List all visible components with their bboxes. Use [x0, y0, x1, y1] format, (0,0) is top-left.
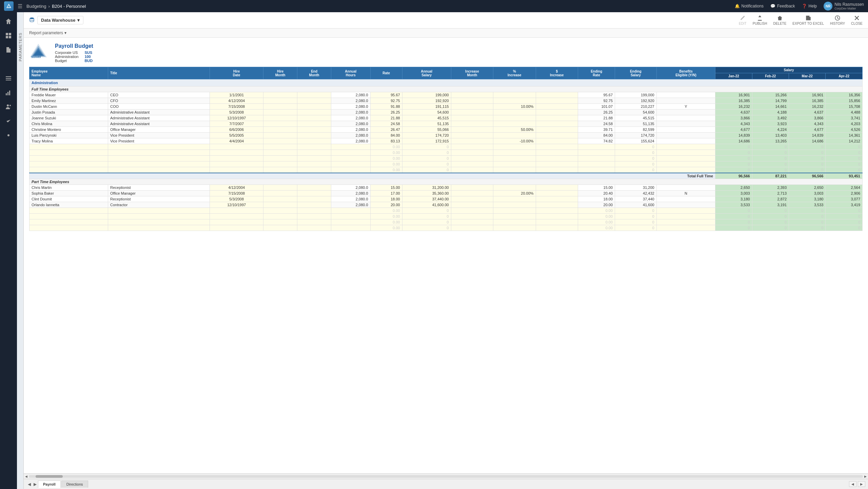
sidebar-item-people[interactable]	[2, 100, 15, 113]
avatar: NR	[824, 2, 832, 11]
total-fulltime-label: Total Full Time	[29, 173, 715, 179]
spreadsheet-container[interactable]: solver Payroll Budget Corporate US SUS A…	[24, 38, 868, 473]
table-row: 0.000 0 00 00	[29, 161, 863, 167]
toolbar-left: Data Warehouse ▾	[29, 16, 83, 24]
th-apr22: Apr-22	[826, 73, 863, 79]
user-name: Nils Rasmussen	[834, 2, 864, 7]
total-full-time-row: Total Full Time 96,566 87,221 96,566 93,…	[29, 173, 863, 179]
svg-text:solver: solver	[31, 55, 41, 58]
administration-label: Administration	[29, 79, 863, 86]
export-button[interactable]: EXPORT TO EXCEL	[792, 15, 824, 25]
tabs-bar: ◀ ▶ Payroll Directions ◀ ▶	[24, 479, 868, 489]
topbar-actions: 🔔 Notifications 💬 Feedback ❓ Help NR Nil…	[735, 2, 864, 11]
sidebar-item-filter[interactable]	[2, 58, 15, 71]
table-row: 0.000 0.000 00 00	[29, 208, 863, 214]
total-mar22: 96,566	[789, 173, 826, 179]
table-row: Freddie Mauer CEO 1/1/2001 2,080.0 95.67…	[29, 92, 863, 98]
table-row: Joanne Suzuki Administrative Assistant 1…	[29, 115, 863, 121]
dept-label: Administration	[55, 55, 79, 59]
publish-button[interactable]: PUBLISH	[753, 15, 767, 25]
content-area: Data Warehouse ▾ EDIT PUBLISH DELETE	[24, 12, 868, 489]
parameters-panel[interactable]: Parameters	[17, 12, 24, 489]
parttime-label: Part Time Employees	[29, 179, 863, 185]
tab-prev-btn[interactable]: ◀	[26, 482, 32, 487]
report-meta: Corporate US SUS Administration 100 Budg…	[55, 51, 93, 63]
breadcrumb-current: B204 - Personnel	[52, 4, 86, 9]
tab-scroll-left[interactable]: ◀	[849, 481, 856, 487]
app-logo[interactable]	[4, 1, 14, 11]
table-row: Dustin McCann COO 7/15/2008 2,080.0 91.8…	[29, 104, 863, 110]
svg-rect-0	[6, 33, 8, 35]
table-row: Justin Posada Administrative Assistant 5…	[29, 110, 863, 115]
table-row: Clint Doumit Receptionist 5/3/2008 2,080…	[29, 196, 863, 202]
table-row: 0.000 0 00 00	[29, 150, 863, 156]
th-feb22: Feb-22	[752, 73, 789, 79]
table-row: 0.000 0 00 00	[29, 167, 863, 173]
table-row: Sophia Baker Office Manager 7/15/2008 2,…	[29, 191, 863, 196]
section-administration: Administration	[29, 79, 863, 86]
th-annual-salary: AnnualSalary	[402, 67, 451, 79]
hscroll-track[interactable]	[29, 475, 863, 478]
svg-point-10	[7, 104, 9, 106]
th-benefits: BenefitsEligible (Y/N)	[656, 67, 715, 79]
sidebar-icons	[0, 12, 17, 489]
close-button[interactable]: CLOSE	[851, 15, 863, 25]
svg-rect-9	[9, 91, 10, 95]
toolbar: Data Warehouse ▾ EDIT PUBLISH DELETE	[24, 12, 868, 28]
th-end-rate: EndingRate	[578, 67, 615, 79]
tab-scroll-right[interactable]: ▶	[858, 481, 865, 487]
tab-directions[interactable]: Directions	[61, 481, 88, 488]
report-params-toggle[interactable]: Report parameters ▾	[29, 31, 66, 35]
spreadsheet-wrapper: solver Payroll Budget Corporate US SUS A…	[24, 38, 868, 489]
menu-icon[interactable]: ☰	[18, 3, 22, 9]
chevron-down-icon-2: ▾	[64, 31, 66, 35]
table-row: Tracy Molina Vice President 4/4/2004 2,0…	[29, 138, 863, 144]
th-hire-date: HireDate	[210, 67, 263, 79]
sidebar-item-chart[interactable]	[2, 86, 15, 99]
dept-code: 100	[84, 55, 93, 59]
edit-button[interactable]: EDIT	[739, 15, 747, 25]
payroll-table: EmployeeName Title HireDate HireMonth En…	[29, 67, 863, 231]
table-row: Christine Montero Office Manager 6/6/200…	[29, 127, 863, 133]
th-jan22: Jan-22	[715, 73, 752, 79]
th-end-salary: EndingSalary	[615, 67, 657, 79]
svg-point-11	[9, 105, 11, 106]
delete-button[interactable]: DELETE	[773, 15, 786, 25]
budget-code: BUD	[84, 59, 93, 63]
table-row: Emily Martinez CFO 4/12/2004 2,080.0 92.…	[29, 98, 863, 104]
fulltime-label: Full Time Employees	[29, 86, 863, 92]
table-row: 0.000 0 00 00	[29, 156, 863, 161]
svg-rect-2	[6, 36, 8, 38]
breadcrumb-parent[interactable]: Budgeting	[26, 4, 46, 9]
bell-icon: 🔔	[735, 4, 740, 8]
sidebar-item-dashboard[interactable]	[2, 29, 15, 42]
subsection-parttime: Part Time Employees	[29, 179, 863, 185]
svg-rect-7	[6, 93, 7, 95]
th-mar22: Mar-22	[789, 73, 826, 79]
warehouse-dropdown[interactable]: Data Warehouse ▾	[37, 16, 83, 24]
sidebar-item-home[interactable]	[2, 15, 15, 28]
sidebar-item-tasks[interactable]	[2, 115, 15, 128]
user-menu[interactable]: NR Nils Rasmussen CorpDev Matter	[824, 2, 864, 11]
table-row: Chris Martin Receptionist 4/12/2004 2,08…	[29, 185, 863, 191]
sidebar-item-list[interactable]	[2, 72, 15, 85]
tab-next-btn[interactable]: ▶	[32, 482, 38, 487]
horizontal-scrollbar[interactable]: ◀ ▶	[24, 473, 868, 479]
history-button[interactable]: HISTORY	[830, 15, 845, 25]
hscroll-right-btn[interactable]: ▶	[864, 475, 867, 478]
sidebar-item-settings[interactable]	[2, 129, 15, 142]
th-end-month: EndMonth	[297, 67, 331, 79]
svg-rect-5	[6, 78, 11, 79]
help-button[interactable]: ❓ Help	[802, 4, 817, 8]
subsection-fulltime: Full Time Employees	[29, 86, 863, 92]
hscroll-left-btn[interactable]: ◀	[25, 475, 27, 478]
svg-rect-6	[6, 80, 11, 80]
feedback-button[interactable]: 💬 Feedback	[770, 4, 795, 8]
hscroll-thumb[interactable]	[36, 475, 63, 478]
topbar: ☰ Budgeting › B204 - Personnel 🔔 Notific…	[0, 0, 868, 12]
table-row: Chris Molina Administrative Assistant 7/…	[29, 121, 863, 127]
notifications-button[interactable]: 🔔 Notifications	[735, 4, 764, 8]
sidebar-item-reports[interactable]	[2, 43, 15, 56]
tab-payroll[interactable]: Payroll	[38, 481, 61, 488]
help-icon: ❓	[802, 4, 807, 8]
